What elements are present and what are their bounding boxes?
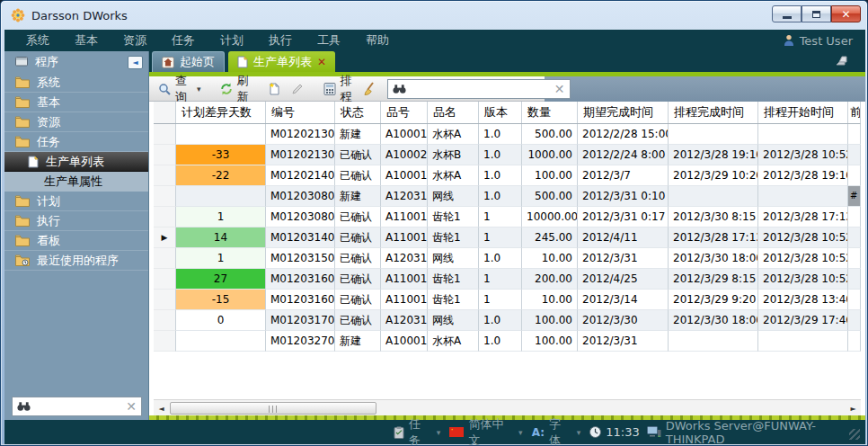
sidebar-item-recent-programs[interactable]: 最近使用的程序: [4, 251, 148, 271]
table-cell[interactable]: 水杯A: [428, 124, 479, 145]
query-dropdown-icon[interactable]: ▾: [194, 85, 204, 94]
table-cell[interactable]: 1.0: [479, 331, 522, 352]
table-cell[interactable]: 水杯A: [428, 331, 479, 352]
tab-home[interactable]: 起始页: [152, 51, 225, 72]
column-header[interactable]: 排程开始时间: [758, 102, 848, 123]
table-cell[interactable]: M012031601: [266, 269, 335, 290]
table-cell[interactable]: 1: [479, 227, 522, 248]
status-font-dropdown[interactable]: A: 字体 ▾: [532, 416, 583, 446]
sidebar-item-basic[interactable]: 基本: [4, 93, 148, 112]
table-cell[interactable]: 水杯A: [428, 165, 479, 186]
table-cell[interactable]: 245.00: [522, 227, 578, 248]
column-header[interactable]: 数量: [522, 102, 578, 123]
table-cell[interactable]: A10002: [381, 145, 428, 165]
table-cell[interactable]: M012030802: [266, 207, 335, 227]
scroll-left-icon[interactable]: ◄: [155, 401, 168, 415]
table-cell[interactable]: 1: [479, 207, 522, 227]
sidebar-item-kanban[interactable]: 看板: [4, 231, 148, 251]
row-selector[interactable]: [154, 331, 176, 352]
table-cell[interactable]: 500.00: [522, 186, 578, 207]
pin-layout-icon[interactable]: [835, 55, 849, 67]
table-cell[interactable]: 已确认: [335, 227, 381, 248]
edit-button[interactable]: [288, 81, 307, 97]
table-cell[interactable]: 已确认: [335, 269, 381, 290]
menu-plan[interactable]: 计划: [208, 30, 256, 51]
table-cell[interactable]: 1.0: [479, 124, 522, 145]
table-cell[interactable]: 100.00: [522, 310, 578, 331]
sidebar-item-plan[interactable]: 计划: [4, 192, 148, 211]
table-cell[interactable]: 已确认: [335, 207, 381, 227]
table-row[interactable]: -15M012031602已确认A11001齿轮1110.002012/3/14…: [154, 290, 860, 310]
table-cell[interactable]: M012031501: [266, 248, 335, 269]
table-cell[interactable]: 2012/4/11: [578, 227, 669, 248]
table-cell[interactable]: 齿轮1: [428, 290, 479, 310]
toolbar-search-clear-icon[interactable]: ✕: [554, 83, 565, 95]
table-cell[interactable]: 1: [176, 207, 266, 227]
status-language-dropdown[interactable]: 简体中文 ▾: [449, 416, 524, 446]
table-row[interactable]: 27M012031601已确认A11001齿轮11200.002012/4/25…: [154, 269, 860, 290]
tab-production-order-list[interactable]: 生产单列表 ✕: [228, 51, 335, 72]
column-header[interactable]: 编号: [266, 102, 335, 123]
table-cell[interactable]: M012031402: [266, 227, 335, 248]
table-cell[interactable]: [176, 124, 266, 145]
row-selector[interactable]: [154, 290, 176, 310]
sidebar-item-system[interactable]: 系统: [4, 73, 148, 93]
table-cell[interactable]: 网线: [428, 248, 479, 269]
table-cell[interactable]: 2012/3/28 10:52: [758, 145, 848, 165]
table-cell[interactable]: 新建: [335, 331, 381, 352]
sidebar-item-production-order-list[interactable]: 生产单列表: [4, 152, 148, 172]
toolbar-search-input[interactable]: [411, 82, 550, 95]
sidebar-item-task[interactable]: 任务: [4, 132, 148, 152]
table-cell[interactable]: 200.00: [522, 269, 578, 290]
menu-help[interactable]: 帮助: [353, 30, 402, 51]
row-selector-header[interactable]: [154, 102, 176, 123]
row-selector[interactable]: [154, 165, 176, 186]
table-cell[interactable]: 2012/3/28 17:13: [669, 227, 758, 248]
table-cell[interactable]: 2012/3/28 10:52: [758, 227, 848, 248]
table-cell[interactable]: 1000.00: [522, 145, 578, 165]
table-cell[interactable]: 100.00: [522, 331, 578, 352]
column-header[interactable]: 品号: [381, 102, 428, 123]
table-cell[interactable]: 2012/3/31 0:10: [578, 186, 669, 207]
table-cell[interactable]: 已确认: [335, 290, 381, 310]
table-cell[interactable]: [669, 331, 758, 352]
table-row[interactable]: M012030801新建A12031网线1.0500.002012/3/31 0…: [154, 186, 860, 207]
column-header[interactable]: 期望完成时间: [578, 102, 669, 123]
table-row[interactable]: 1M012031501已确认A12031网线1.010.002012/3/312…: [154, 248, 860, 269]
table-cell[interactable]: 1.0: [479, 165, 522, 186]
close-button[interactable]: ✕: [831, 5, 861, 22]
table-row[interactable]: -33M012021302已确认A10002水杯B1.01000.002012/…: [154, 145, 860, 165]
sidebar-item-production-order-properties[interactable]: 生产单属性: [4, 172, 148, 192]
table-cell[interactable]: 2012/3/31: [578, 331, 669, 352]
table-cell[interactable]: M012021401: [266, 165, 335, 186]
table-cell[interactable]: 10000.00: [522, 207, 578, 227]
table-cell[interactable]: M012031602: [266, 290, 335, 310]
minimize-button[interactable]: [772, 5, 802, 22]
table-cell[interactable]: M012032701: [266, 331, 335, 352]
table-cell[interactable]: [758, 186, 848, 207]
table-row[interactable]: 0M012031701已确认A12031网线1.0100.002012/3/30…: [154, 310, 860, 331]
resize-grip[interactable]: [849, 429, 860, 440]
row-selector[interactable]: ▶: [154, 227, 176, 248]
table-row[interactable]: ▶14M012031402已确认A11001齿轮11245.002012/4/1…: [154, 227, 860, 248]
table-cell[interactable]: 已确认: [335, 165, 381, 186]
table-cell[interactable]: 1: [479, 290, 522, 310]
table-cell[interactable]: A11001: [381, 227, 428, 248]
table-cell[interactable]: 水杯B: [428, 145, 479, 165]
menu-task[interactable]: 任务: [159, 30, 208, 51]
table-cell[interactable]: 2012/4/25: [578, 269, 669, 290]
table-cell[interactable]: [176, 186, 266, 207]
table-cell[interactable]: [669, 186, 758, 207]
clear-broom-button[interactable]: [359, 80, 381, 98]
table-cell[interactable]: 2012/3/28 13:40: [758, 290, 848, 310]
table-cell[interactable]: M012021301: [266, 124, 335, 145]
row-selector[interactable]: [154, 207, 176, 227]
table-cell[interactable]: 10.00: [522, 290, 578, 310]
scrollbar-thumb[interactable]: [170, 402, 376, 415]
table-cell[interactable]: 2012/3/29 10:20: [669, 165, 758, 186]
table-cell[interactable]: 0: [176, 310, 266, 331]
sidebar-item-resource[interactable]: 资源: [4, 112, 148, 132]
table-cell[interactable]: [758, 331, 848, 352]
table-cell[interactable]: M012021302: [266, 145, 335, 165]
column-header[interactable]: 排程完成时间: [669, 102, 758, 123]
